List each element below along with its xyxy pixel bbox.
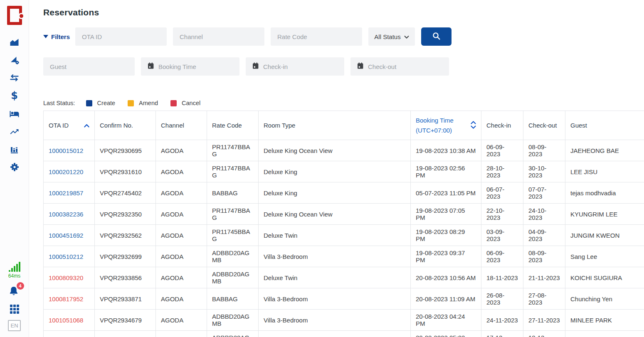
booking-time-field[interactable]: Booking Time	[141, 57, 239, 76]
rate-code-cell: ADBBD20AGMB	[207, 310, 259, 331]
ota-id-link[interactable]: 1000809320	[49, 274, 83, 281]
col-header-channel[interactable]: Channel	[156, 111, 207, 140]
latency-value: 64ms	[8, 273, 20, 279]
ota-id-link[interactable]: 1000382236	[49, 211, 83, 218]
amend-color-swatch	[128, 100, 134, 106]
confirm-no-cell: VPQR2932562	[95, 225, 156, 246]
confirm-no-cell: VPQR2934679	[95, 310, 156, 331]
check-in-field[interactable]: Check-in	[246, 57, 344, 76]
brand-logo[interactable]	[7, 6, 22, 25]
apps-grid-icon[interactable]	[10, 305, 19, 314]
notifications-button[interactable]: 4	[7, 285, 22, 298]
ota-id-link[interactable]: 1000510212	[49, 253, 83, 260]
table-row[interactable]: 1001051068 VPQR2934679 AGODA ADBBD20AGMB…	[44, 310, 644, 331]
search-button[interactable]	[421, 27, 452, 46]
table-row[interactable]: 1000201220 VPQR2931610 AGODA PR11747BBAG…	[44, 161, 644, 182]
guest-cell: Sang Lee	[565, 246, 644, 267]
guest-cell: Chunching Yen	[565, 288, 644, 310]
room-type-cell: Deluxe King Ocean View	[259, 204, 411, 225]
col-header-room-type[interactable]: Room Type	[259, 111, 411, 140]
rate-code-cell: ADBBD20AGMB	[207, 331, 259, 337]
table-row[interactable]: 1000817952 VPQR2933871 AGODA BABBAG Vill…	[44, 288, 644, 310]
col-header-rate-code[interactable]: Rate Code	[207, 111, 259, 140]
room-type-cell: Villa 3-Bedroom	[259, 246, 411, 267]
ota-id-link[interactable]: 1000015012	[49, 147, 83, 154]
confirm-no-cell: VPQR2933856	[95, 267, 156, 288]
ota-id-link[interactable]: 1001051068	[49, 317, 83, 324]
legend-item-label: Amend	[139, 100, 158, 106]
table-row[interactable]: 1000451692 VPQR2932562 AGODA PR11745BBAG…	[44, 225, 644, 246]
guest-cell: tejas modhvadia	[565, 182, 644, 204]
cancel-color-swatch	[170, 100, 177, 106]
check-in-cell: 06-09-2023	[481, 140, 523, 161]
sidebar-nav: $	[7, 37, 22, 172]
chevron-down-icon	[404, 33, 409, 40]
notification-badge: 4	[17, 282, 24, 290]
ota-id-link[interactable]: 1000219857	[49, 189, 83, 197]
sidebar-item-rooms[interactable]	[7, 108, 22, 119]
check-in-cell: 24-11-2023	[481, 310, 523, 331]
rate-code-cell: BABBAG	[207, 182, 259, 204]
confirm-no-cell: VPQR2933871	[95, 288, 156, 310]
col-label: Check-in	[486, 122, 511, 129]
col-header-guest[interactable]: Guest	[565, 111, 644, 140]
booking-time-cell: 20-08-2023 10:56 AM	[411, 267, 481, 288]
rate-code-cell: PR11745BBAG	[207, 225, 259, 246]
latency-indicator: 64ms	[8, 262, 20, 279]
col-label: OTA ID	[49, 122, 69, 129]
check-out-cell: 07-07-2023	[523, 182, 565, 204]
col-header-check-out[interactable]: Check-out	[523, 111, 565, 140]
area-chart-icon	[9, 37, 20, 47]
ramp-gear-icon	[10, 55, 20, 65]
sidebar-item-dashboard[interactable]	[7, 37, 22, 47]
booking-time-cell: 05-07-2023 11:05 PM	[411, 182, 481, 204]
table-row[interactable]: 1000015012 VPQR2930695 AGODA PR11747BBAG…	[44, 140, 644, 161]
filters-toggle[interactable]: Filters	[43, 33, 69, 40]
channel-cell: AGODA	[156, 161, 207, 182]
col-header-ota-id[interactable]: OTA ID	[44, 111, 95, 140]
booking-time-cell: 19-08-2023 02:56 PM	[411, 161, 481, 182]
channel-cell: AGODA	[156, 225, 207, 246]
rate-code-input[interactable]	[271, 27, 362, 46]
table-row[interactable]: 1000219857 VPQR2745402 AGODA BABBAG Delu…	[44, 182, 644, 204]
app-root: $	[0, 0, 644, 337]
ota-id-link[interactable]: 1000817952	[49, 295, 83, 303]
rate-code-cell: ADBBD20AGMB	[207, 267, 259, 288]
status-dropdown[interactable]: All Status	[368, 27, 415, 46]
sidebar-item-pricing[interactable]: $	[7, 90, 22, 101]
room-type-cell: Villa 3-Bedroom	[259, 288, 411, 310]
guest-input[interactable]	[43, 57, 135, 76]
booking-time-placeholder: Booking Time	[158, 63, 196, 70]
col-header-confirm-no[interactable]: Confirm No.	[95, 111, 156, 140]
table-row[interactable]: 1000809320 VPQR2933856 AGODA ADBBD20AGMB…	[44, 267, 644, 288]
sidebar-item-reports[interactable]	[7, 144, 22, 155]
check-in-cell: 17-12-2023	[481, 331, 523, 337]
col-header-booking-time[interactable]: Booking Time (UTC+07:00)	[411, 111, 481, 140]
check-out-field[interactable]: Check-out	[350, 57, 449, 76]
sidebar-item-rate-plans[interactable]	[7, 54, 22, 65]
table-row[interactable]: 1000510212 VPQR2932699 AGODA ADBBD20AGMB…	[44, 246, 644, 267]
check-out-cell: 27-08-2023	[523, 288, 565, 310]
table-row[interactable]: 1000382236 VPQR2932350 AGODA PR11747BBAG…	[44, 204, 644, 225]
rate-code-cell: PR11747BBAG	[207, 140, 259, 161]
table-row[interactable]: 1001080232 VPQR2934763 AGODA ADBBD20AGMB…	[44, 331, 644, 337]
ota-id-input[interactable]	[75, 27, 167, 46]
language-selector[interactable]: EN	[8, 320, 21, 331]
channel-cell: AGODA	[156, 246, 207, 267]
confirm-no-cell: VPQR2745402	[95, 182, 156, 204]
sidebar-item-settings[interactable]	[7, 162, 22, 172]
col-header-check-in[interactable]: Check-in	[481, 111, 523, 140]
calendar-icon	[357, 62, 364, 71]
channel-input[interactable]	[173, 27, 264, 46]
status-legend: Last Status: Create Amend Cancel	[43, 100, 644, 106]
col-label: Booking Time	[416, 117, 454, 124]
ota-id-link[interactable]: 1000451692	[49, 232, 83, 239]
booking-time-cell: 19-08-2023 10:38 AM	[411, 140, 481, 161]
sidebar-item-trends[interactable]	[7, 126, 22, 137]
channel-cell: AGODA	[156, 204, 207, 225]
channel-cell: AGODA	[156, 267, 207, 288]
sidebar-item-transactions[interactable]	[7, 72, 22, 83]
guest-cell: KOICHI SUGIURA	[565, 267, 644, 288]
bell-icon	[7, 292, 20, 299]
ota-id-link[interactable]: 1000201220	[49, 168, 83, 175]
